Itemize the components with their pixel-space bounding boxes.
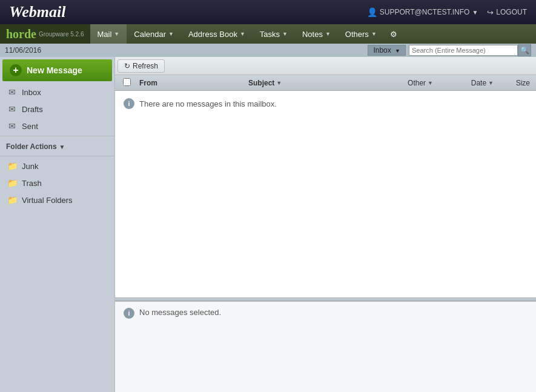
col-other-label: Other (408, 79, 426, 87)
col-subject-label: Subject (248, 79, 274, 87)
date-bar-right: Inbox ▼ 🔍 (368, 44, 531, 56)
logout-link[interactable]: ↪ LOGOUT (487, 8, 527, 17)
sidebar-item-virtual-folders[interactable]: 📁 Virtual Folders (0, 191, 114, 208)
nav-item-notes[interactable]: Notes ▼ (295, 24, 338, 44)
col-header-subject[interactable]: Subject ▼ (245, 79, 364, 87)
top-bar: Webmail 👤 SUPPORT@NCTEST.INFO ▼ ↪ LOGOUT (0, 0, 536, 24)
logout-label: LOGOUT (496, 8, 527, 16)
email-table-header: From Subject ▼ Other ▼ Date ▼ Size (115, 75, 536, 91)
nav-notes-label: Notes (302, 30, 323, 39)
nav-notes-arrow: ▼ (325, 31, 331, 37)
sidebar-drafts-label: Drafts (22, 105, 43, 114)
virtual-folders-icon: 📁 (7, 195, 17, 205)
sidebar-item-sent[interactable]: ✉ Sent (0, 118, 114, 135)
horde-version: Groupware 5.2.6 (39, 31, 84, 38)
nav-item-mail[interactable]: Mail ▼ (90, 24, 127, 44)
drafts-icon: ✉ (7, 104, 17, 114)
new-message-label: New Message (27, 65, 82, 75)
subject-sort-icon: ▼ (276, 80, 282, 86)
user-info[interactable]: 👤 SUPPORT@NCTEST.INFO ▼ (367, 7, 478, 17)
folder-actions-arrow: ▼ (59, 144, 65, 150)
username-label: SUPPORT@NCTEST.INFO (380, 8, 470, 16)
content-area: ↻ Refresh From Subject ▼ Other ▼ Date ▼ (115, 57, 536, 392)
new-message-button[interactable]: + New Message (2, 59, 112, 81)
inbox-selector[interactable]: Inbox ▼ (368, 45, 406, 56)
refresh-button[interactable]: ↻ Refresh (117, 59, 165, 73)
sidebar-item-inbox[interactable]: ✉ Inbox (0, 84, 114, 101)
search-button[interactable]: 🔍 (518, 44, 531, 56)
nav-item-others[interactable]: Others ▼ (338, 24, 384, 44)
nav-mail-label: Mail (98, 30, 112, 39)
date-sort-icon: ▼ (488, 80, 494, 86)
webmail-logo: Webmail (9, 3, 65, 21)
nav-tasks-label: Tasks (260, 30, 280, 39)
col-size-label: Size (516, 79, 530, 87)
folder-actions-section[interactable]: Folder Actions ▼ (0, 139, 114, 154)
nav-items: Mail ▼ Calendar ▼ Address Book ▼ Tasks ▼… (90, 24, 384, 44)
sidebar-virtual-label: Virtual Folders (22, 196, 73, 205)
nav-others-arrow: ▼ (371, 31, 377, 37)
nav-address-arrow: ▼ (240, 31, 245, 37)
no-selection-message: No messages selected. (139, 308, 221, 317)
nav-address-book-label: Address Book (188, 30, 237, 39)
empty-message-text: There are no messages in this mailbox. (139, 99, 277, 108)
junk-folder-icon: 📁 (7, 161, 17, 171)
horde-logo: horde (6, 27, 36, 41)
nav-tasks-arrow: ▼ (282, 31, 288, 37)
trash-folder-icon: 📁 (7, 178, 17, 188)
nav-calendar-arrow: ▼ (168, 31, 174, 37)
sidebar-item-trash[interactable]: 📁 Trash (0, 174, 114, 191)
folder-actions-label: Folder Actions (6, 142, 57, 151)
nav-bar: horde Groupware 5.2.6 Mail ▼ Calendar ▼ … (0, 24, 536, 44)
nav-item-calendar[interactable]: Calendar ▼ (127, 24, 181, 44)
current-date: 11/06/2016 (5, 46, 41, 55)
toolbar: ↻ Refresh (115, 57, 536, 75)
sidebar-junk-label: Junk (22, 162, 38, 171)
sent-icon: ✉ (7, 121, 17, 131)
inbox-icon: ✉ (7, 87, 17, 97)
sidebar-divider (0, 136, 114, 136)
checkbox-all[interactable] (123, 78, 131, 86)
inbox-dropdown-arrow: ▼ (395, 48, 400, 54)
nav-calendar-label: Calendar (134, 30, 166, 39)
logout-icon: ↪ (487, 8, 494, 17)
new-message-plus-icon: + (10, 64, 22, 76)
info-icon: i (124, 98, 134, 109)
main-layout: + New Message ✉ Inbox ✉ Drafts ✉ Sent Fo… (0, 57, 536, 392)
nav-item-tasks[interactable]: Tasks ▼ (253, 24, 295, 44)
preview-pane: i No messages selected. (115, 301, 536, 392)
refresh-icon: ↻ (124, 62, 130, 70)
top-right-nav: 👤 SUPPORT@NCTEST.INFO ▼ ↪ LOGOUT (367, 7, 527, 17)
horde-brand: horde Groupware 5.2.6 (0, 24, 90, 44)
col-header-date[interactable]: Date ▼ (437, 79, 497, 87)
email-list[interactable]: i There are no messages in this mailbox. (115, 91, 536, 297)
other-sort-icon: ▼ (428, 80, 433, 86)
sidebar-sent-label: Sent (22, 122, 38, 131)
nav-item-address-book[interactable]: Address Book ▼ (181, 24, 253, 44)
sidebar-trash-label: Trash (22, 179, 42, 188)
nav-mail-arrow: ▼ (114, 31, 119, 37)
col-date-label: Date (471, 79, 486, 87)
sidebar-divider-2 (0, 156, 114, 156)
sidebar-item-junk[interactable]: 📁 Junk (0, 158, 114, 174)
nav-gear-button[interactable]: ⚙ (384, 24, 403, 44)
empty-inbox-message: i There are no messages in this mailbox. (115, 91, 536, 116)
preview-info-icon: i (124, 308, 134, 319)
col-header-from[interactable]: From (136, 79, 245, 87)
date-bar: 11/06/2016 Inbox ▼ 🔍 (0, 44, 536, 57)
search-box: 🔍 (409, 44, 531, 56)
nav-others-label: Others (345, 30, 369, 39)
col-header-size[interactable]: Size (497, 79, 534, 87)
sidebar: + New Message ✉ Inbox ✉ Drafts ✉ Sent Fo… (0, 57, 115, 392)
sidebar-item-drafts[interactable]: ✉ Drafts (0, 101, 114, 118)
refresh-label: Refresh (133, 62, 158, 70)
col-header-other[interactable]: Other ▼ (364, 79, 437, 87)
search-input[interactable] (409, 45, 518, 56)
sidebar-inbox-label: Inbox (22, 88, 41, 97)
user-dropdown-arrow[interactable]: ▼ (472, 9, 478, 16)
col-from-label: From (139, 79, 157, 87)
select-all-checkbox[interactable] (117, 78, 136, 88)
inbox-label: Inbox (373, 46, 391, 55)
